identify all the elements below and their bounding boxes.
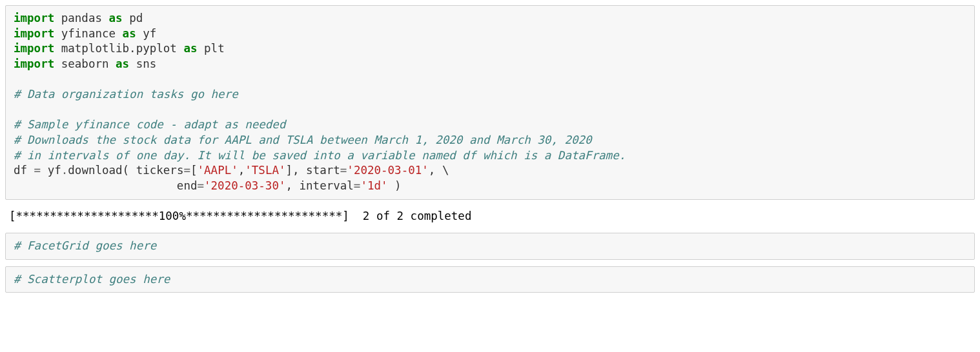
code-text: df [14, 164, 34, 177]
code-cell-2[interactable]: # FacetGrid goes here [5, 233, 975, 260]
keyword-import: import [14, 42, 54, 55]
alias-name: sns [136, 57, 157, 70]
string-literal: '1d' [360, 179, 387, 192]
code-text: , [238, 164, 245, 177]
string-literal: 'AAPL' [198, 164, 238, 177]
code-text: , [429, 164, 442, 177]
code-text: , interval [285, 179, 353, 192]
string-literal: '2020-03-30' [204, 179, 285, 192]
code-text: end [14, 179, 197, 192]
output-cell-1: [*********************100%**************… [5, 206, 975, 233]
operator: = [34, 164, 41, 177]
alias-name: pd [129, 12, 143, 24]
operator: = [197, 179, 204, 192]
comment: # Scatterplot goes here [14, 273, 170, 286]
keyword-import: import [14, 12, 54, 24]
alias-name: plt [204, 42, 225, 55]
operator: = [340, 164, 347, 177]
module-name: yfinance [61, 27, 116, 40]
keyword-import: import [14, 57, 54, 70]
operator: . [61, 164, 68, 177]
progress-output: [*********************100%**************… [9, 210, 471, 222]
comment: # in intervals of one day. It will be sa… [14, 149, 626, 162]
module-name: pandas [61, 12, 102, 24]
comment: # FacetGrid goes here [14, 239, 156, 252]
keyword-as: as [183, 42, 197, 55]
comment: # Sample yfinance code - adapt as needed [14, 118, 285, 131]
keyword-as: as [116, 57, 129, 70]
alias-name: yf [143, 27, 156, 40]
keyword-as: as [123, 27, 136, 40]
code-text: [ [190, 164, 198, 177]
keyword-as: as [109, 12, 123, 24]
code-text: ], start [286, 164, 340, 177]
code-text: ) [388, 179, 402, 192]
code-text: \ [442, 164, 449, 177]
code-cell-3[interactable]: # Scatterplot goes here [5, 266, 975, 293]
module-name: matplotlib.pyplot [61, 42, 177, 55]
code-text: download( tickers [68, 164, 183, 177]
string-literal: '2020-03-01' [347, 164, 428, 177]
operator: = [354, 179, 361, 192]
keyword-import: import [14, 27, 54, 40]
code-text: yf [41, 164, 61, 177]
operator: = [183, 164, 190, 177]
module-name: seaborn [61, 57, 109, 70]
code-cell-1[interactable]: import pandas as pd import yfinance as y… [5, 5, 975, 200]
comment: # Downloads the stock data for AAPL and … [14, 133, 592, 146]
comment: # Data organization tasks go here [14, 88, 238, 101]
string-literal: 'TSLA' [245, 164, 285, 177]
